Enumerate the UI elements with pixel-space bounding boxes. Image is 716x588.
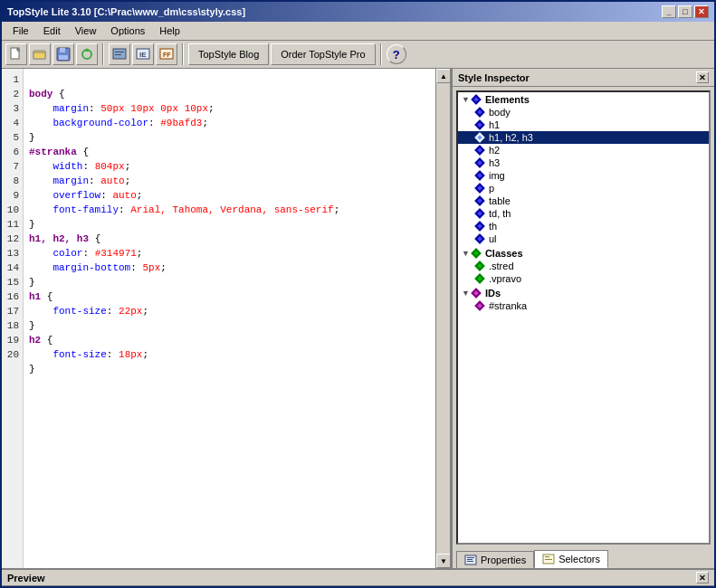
save-button[interactable] (53, 43, 74, 65)
tab-properties[interactable]: Properties (456, 551, 534, 568)
tree-item-stred[interactable]: .stred (458, 260, 709, 272)
open-button[interactable] (29, 43, 51, 65)
svg-text:IE: IE (139, 51, 147, 59)
ul-label: ul (489, 233, 497, 244)
main-container: 1 2 3 4 5 6 7 8 9 10 11 12 13 14 15 16 1 (2, 69, 714, 568)
order-topstyle-pro-button[interactable]: Order TopStyle Pro (271, 43, 375, 65)
menu-view[interactable]: View (68, 24, 104, 38)
menu-edit[interactable]: Edit (36, 24, 68, 38)
svg-text:FF: FF (163, 52, 171, 58)
topstyle-blog-button[interactable]: TopStyle Blog (188, 43, 269, 65)
editor-scroll-track[interactable] (436, 83, 450, 554)
tree-item-h1h2h3[interactable]: h1, h2, h3 (458, 131, 709, 144)
line-num-11: 11 (5, 217, 19, 232)
h1h2h3-label: h1, h2, h3 (489, 132, 533, 143)
line-num-10: 10 (5, 203, 19, 217)
inspector-tree[interactable]: ▼ Elements body h1 h1, h2, h3 (456, 90, 711, 545)
title-bar: TopStyle Lite 3.10 [C:\Prac\www_dm\css\s… (2, 2, 714, 22)
tree-item-h3[interactable]: h3 (458, 156, 709, 169)
tree-item-th[interactable]: th (458, 220, 709, 232)
tree-item-stranka[interactable]: #stranka (458, 299, 709, 312)
main-window: TopStyle Lite 3.10 [C:\Prac\www_dm\css\s… (0, 0, 716, 588)
line-num-3: 3 (5, 101, 19, 116)
tree-item-img[interactable]: img (458, 169, 709, 182)
line-num-9: 9 (5, 188, 19, 203)
h1-icon (474, 119, 484, 129)
minimize-button[interactable]: _ (662, 5, 676, 18)
toolbar-separator-1 (102, 43, 104, 65)
table-icon (474, 195, 484, 205)
svg-rect-11 (115, 54, 121, 55)
new-button[interactable] (5, 43, 27, 65)
svg-rect-6 (59, 55, 68, 60)
menu-options[interactable]: Options (103, 24, 152, 38)
special1-button[interactable] (109, 43, 130, 65)
tree-item-body[interactable]: body (458, 106, 709, 119)
editor-panel: 1 2 3 4 5 6 7 8 9 10 11 12 13 14 15 16 1 (2, 69, 452, 568)
line-num-15: 15 (5, 275, 19, 289)
h1-label: h1 (489, 119, 500, 130)
code-editor[interactable]: body { margin: 50px 10px 0px 10px; backg… (24, 69, 435, 568)
tree-item-vpravo[interactable]: .vpravo (458, 272, 709, 285)
classes-section-header[interactable]: ▼ Classes (458, 247, 709, 260)
stranka-label: #stranka (489, 300, 527, 311)
refresh-button[interactable] (76, 43, 98, 65)
h2-icon (474, 145, 484, 155)
menu-help[interactable]: Help (152, 24, 187, 38)
selectors-icon (542, 553, 555, 565)
tree-item-ul[interactable]: ul (458, 232, 709, 245)
ul-icon (474, 233, 484, 243)
maximize-button[interactable]: □ (678, 5, 692, 18)
tdth-icon (474, 208, 484, 218)
preview2-button[interactable]: FF (156, 43, 177, 65)
body-label: body (489, 107, 511, 118)
ids-section-header[interactable]: ▼ IDs (458, 287, 709, 299)
h3-icon (474, 157, 484, 167)
editor-vscrollbar: ▲ ▼ (435, 69, 450, 568)
vpravo-icon (474, 273, 484, 283)
tree-item-h1[interactable]: h1 (458, 119, 709, 131)
stred-icon (474, 261, 484, 270)
img-icon (474, 170, 484, 180)
close-button[interactable]: ✕ (694, 5, 709, 18)
tree-item-tdth[interactable]: td, th (458, 207, 709, 220)
tab-selectors-label: Selectors (558, 554, 600, 564)
editor-scroll-up[interactable]: ▲ (436, 69, 450, 83)
menu-file[interactable]: File (5, 24, 36, 38)
line-num-5: 5 (5, 130, 19, 145)
line-num-1: 1 (5, 72, 19, 87)
svg-rect-10 (115, 52, 124, 52)
editor-scroll-area: 1 2 3 4 5 6 7 8 9 10 11 12 13 14 15 16 1 (2, 69, 450, 568)
tree-item-h2[interactable]: h2 (458, 144, 709, 156)
inspector-close-button[interactable]: ✕ (696, 71, 709, 83)
line-num-18: 18 (5, 318, 19, 333)
svg-rect-18 (467, 559, 473, 560)
tab-selectors[interactable]: Selectors (534, 550, 608, 568)
elements-icon (471, 94, 481, 104)
line-num-12: 12 (5, 232, 19, 246)
line-num-16: 16 (5, 289, 19, 304)
h2-label: h2 (489, 145, 500, 156)
help-button[interactable]: ? (387, 44, 406, 64)
elements-label: Elements (485, 94, 530, 105)
inspector-header: Style Inspector ✕ (453, 69, 714, 87)
editor-scroll-down[interactable]: ▼ (436, 554, 450, 568)
line-num-2: 2 (5, 87, 19, 101)
img-label: img (489, 170, 505, 181)
preview-close-button[interactable]: ✕ (696, 572, 709, 583)
line-num-19: 19 (5, 333, 19, 347)
tree-item-p[interactable]: p (458, 182, 709, 194)
preview1-button[interactable]: IE (132, 43, 154, 65)
window-title: TopStyle Lite 3.10 [C:\Prac\www_dm\css\s… (7, 6, 245, 17)
tree-item-table[interactable]: table (458, 194, 709, 207)
elements-section-header[interactable]: ▼ Elements (458, 93, 709, 106)
toolbar-separator-3 (380, 43, 382, 65)
h3-label: h3 (489, 157, 500, 168)
line-num-8: 8 (5, 174, 19, 188)
body-icon (474, 107, 484, 117)
ids-label: IDs (485, 288, 501, 299)
line-num-7: 7 (5, 159, 19, 174)
ids-section: ▼ IDs #stranka (458, 286, 709, 313)
window-controls: _ □ ✕ (662, 5, 709, 18)
stranka-icon (474, 300, 484, 310)
